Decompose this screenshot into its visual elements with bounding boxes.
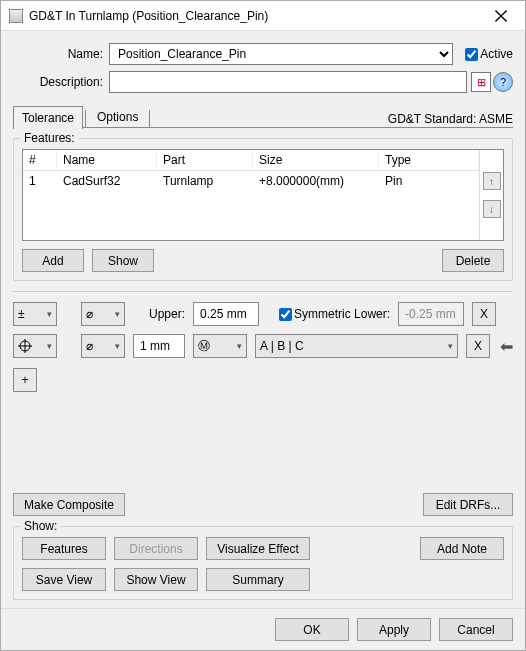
grid-icon-button[interactable]: ⊞	[471, 72, 491, 92]
show-directions-button[interactable]: Directions	[114, 537, 198, 560]
diameter-dropdown-2[interactable]: ⌀▾	[81, 334, 125, 358]
size-tolerance-row: ±▾ ⌀▾ Upper: Symmetric Lower: X	[13, 302, 513, 326]
arrow-left-icon: ⬅	[500, 337, 513, 356]
diameter-dropdown-1[interactable]: ⌀▾	[81, 302, 125, 326]
move-up-button[interactable]: ↑	[483, 172, 501, 190]
show-group: Show: Features Directions Visualize Effe…	[13, 526, 513, 600]
close-icon	[494, 9, 508, 23]
add-button[interactable]: Add	[22, 249, 84, 272]
table-header: # Name Part Size Type	[23, 150, 479, 171]
add-tolerance-row-button[interactable]: +	[13, 368, 37, 392]
col-num[interactable]: #	[23, 150, 57, 170]
symmetric-lower-checkbox[interactable]: Symmetric Lower:	[275, 305, 390, 324]
remove-row-1-button[interactable]: X	[472, 302, 496, 326]
tolerance-panel: Features: # Name Part Size Type 1 CadSur…	[13, 127, 513, 516]
modifier-dropdown[interactable]: Ⓜ▾	[193, 334, 247, 358]
tab-options[interactable]: Options	[88, 105, 147, 128]
make-composite-button[interactable]: Make Composite	[13, 493, 125, 516]
position-icon	[18, 339, 32, 353]
gdt-standard-label: GD&T Standard: ASME	[388, 112, 513, 128]
diameter-icon: ⌀	[86, 307, 93, 321]
dialog-window: GD&T In Turnlamp (Position_Clearance_Pin…	[0, 0, 526, 651]
show-view-button[interactable]: Show View	[114, 568, 198, 591]
upper-input[interactable]	[193, 302, 259, 326]
active-label: Active	[480, 47, 513, 61]
description-label: Description:	[13, 75, 109, 89]
features-legend: Features:	[20, 131, 79, 145]
datum-frame-dropdown[interactable]: A | B | C▾	[255, 334, 458, 358]
position-dropdown[interactable]: ▾	[13, 334, 57, 358]
name-label: Name:	[13, 47, 109, 61]
col-type[interactable]: Type	[379, 150, 479, 170]
tolerance-rows: ±▾ ⌀▾ Upper: Symmetric Lower: X	[13, 302, 513, 392]
features-table: # Name Part Size Type 1 CadSurf32 Turnla…	[22, 149, 504, 241]
show-button[interactable]: Show	[92, 249, 154, 272]
window-title: GD&T In Turnlamp (Position_Clearance_Pin…	[29, 9, 479, 23]
ok-button[interactable]: OK	[275, 618, 349, 641]
table-row[interactable]: 1 CadSurf32 Turnlamp +8.000000(mm) Pin	[23, 171, 479, 191]
symmetric-lower-label: Symmetric Lower:	[294, 307, 390, 321]
close-button[interactable]	[479, 2, 523, 30]
apply-button[interactable]: Apply	[357, 618, 431, 641]
lower-input	[398, 302, 464, 326]
col-part[interactable]: Part	[157, 150, 253, 170]
delete-button[interactable]: Delete	[442, 249, 504, 272]
visualize-effect-button[interactable]: Visualize Effect	[206, 537, 310, 560]
mmc-icon: Ⓜ	[198, 338, 210, 355]
edit-drfs-button[interactable]: Edit DRFs...	[423, 493, 513, 516]
diameter-icon: ⌀	[86, 339, 93, 353]
summary-button[interactable]: Summary	[206, 568, 310, 591]
description-input[interactable]	[109, 71, 467, 93]
active-checkbox-input[interactable]	[465, 48, 478, 61]
app-icon	[9, 9, 23, 23]
tab-tolerance[interactable]: Tolerance	[13, 106, 83, 129]
active-checkbox[interactable]: Active	[461, 45, 513, 64]
add-note-button[interactable]: Add Note	[420, 537, 504, 560]
cancel-button[interactable]: Cancel	[439, 618, 513, 641]
tab-strip: Tolerance Options GD&T Standard: ASME	[13, 105, 513, 128]
plusminus-dropdown[interactable]: ±▾	[13, 302, 57, 326]
features-group: Features: # Name Part Size Type 1 CadSur…	[13, 138, 513, 281]
col-name[interactable]: Name	[57, 150, 157, 170]
show-features-button[interactable]: Features	[22, 537, 106, 560]
position-tolerance-row: ▾ ⌀▾ Ⓜ▾ A | B | C▾ X ⬅	[13, 334, 513, 358]
show-legend: Show:	[20, 519, 61, 533]
save-view-button[interactable]: Save View	[22, 568, 106, 591]
move-down-button[interactable]: ↓	[483, 200, 501, 218]
dialog-footer: OK Apply Cancel	[1, 608, 525, 650]
tolerance-value-input[interactable]	[133, 334, 185, 358]
plusminus-icon: ±	[18, 307, 25, 321]
symmetric-lower-input[interactable]	[279, 308, 292, 321]
dialog-body: Name: Position_Clearance_Pin Active Desc…	[1, 31, 525, 608]
name-combo[interactable]: Position_Clearance_Pin	[109, 43, 453, 65]
col-size[interactable]: Size	[253, 150, 379, 170]
datum-frame-text: A | B | C	[260, 339, 304, 353]
titlebar: GD&T In Turnlamp (Position_Clearance_Pin…	[1, 1, 525, 31]
help-button[interactable]: ?	[493, 72, 513, 92]
remove-row-2-button[interactable]: X	[466, 334, 490, 358]
upper-label: Upper:	[149, 307, 185, 321]
